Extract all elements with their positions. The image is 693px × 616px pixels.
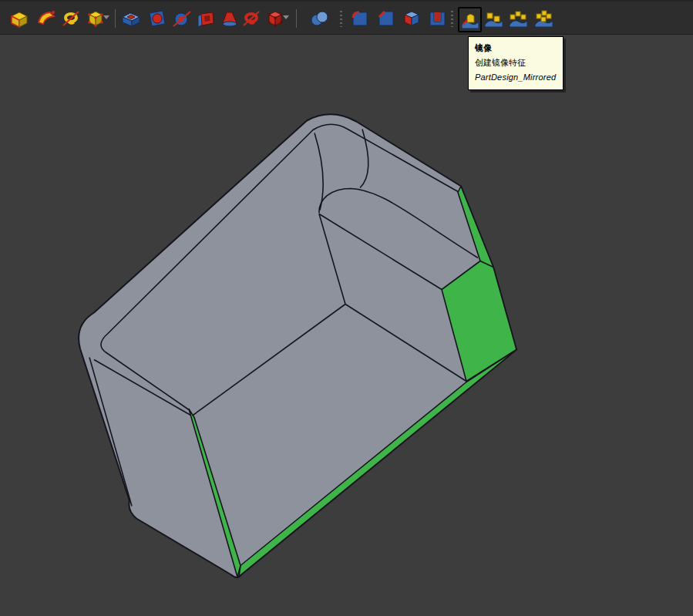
pocket-icon [120,8,142,29]
subtractive-loft-icon [218,8,240,29]
boolean-button[interactable] [309,8,331,29]
subtractive-pipe-button[interactable] [195,8,217,29]
part-model[interactable] [0,35,693,616]
partdesign-toolbar [0,0,693,35]
subtractive-helix-button[interactable] [241,8,262,29]
viewport-3d[interactable] [0,35,693,616]
revolution-button[interactable] [35,8,57,29]
tooltip-command: PartDesign_Mirrored [475,70,557,85]
tooltip-description: 创建镜像特征 [475,56,557,70]
revolution-icon [35,8,57,29]
toolbar-separator [115,9,116,28]
linear-pattern-icon [483,8,504,29]
chamfer-button[interactable] [375,8,397,29]
part-body[interactable] [79,114,516,577]
freecad-window: 镜像 创建镜像特征 PartDesign_Mirrored [0,0,693,616]
additive-helix-button[interactable] [60,8,82,29]
draft-icon [401,8,422,29]
multitransform-icon [533,8,554,29]
pad-button[interactable] [8,8,30,29]
thickness-icon [426,8,448,29]
multitransform-button[interactable] [533,8,554,29]
mirrored-tooltip: 镜像 创建镜像特征 PartDesign_Mirrored [468,36,563,90]
toolbar-grip[interactable] [340,11,342,27]
fillet-button[interactable] [349,8,371,29]
subtractive-primitive-dropdown-icon[interactable] [283,15,289,19]
polar-pattern-icon [507,8,529,29]
pocket-button[interactable] [120,8,142,29]
pad-icon [8,8,30,29]
subtractive-loft-button[interactable] [218,8,240,29]
groove-button[interactable] [171,8,193,29]
thickness-button[interactable] [426,8,448,29]
mirrored-icon [460,10,480,30]
polar-pattern-button[interactable] [507,8,529,29]
linear-pattern-button[interactable] [483,8,504,29]
additive-primitive-dropdown-icon[interactable] [103,15,109,19]
boolean-icon [309,8,331,29]
fillet-icon [349,8,371,29]
subtractive-pipe-icon [195,8,217,29]
additive-helix-icon [60,8,82,29]
toolbar-separator [296,9,297,28]
toolbar-grip[interactable] [451,11,453,27]
hole-button[interactable] [146,8,168,29]
hole-icon [146,8,168,29]
tooltip-title: 镜像 [475,41,557,56]
mirrored-button[interactable] [458,7,482,32]
draft-button[interactable] [401,8,422,29]
groove-icon [171,8,193,29]
chamfer-icon [375,8,397,29]
subtractive-helix-icon [241,8,262,29]
